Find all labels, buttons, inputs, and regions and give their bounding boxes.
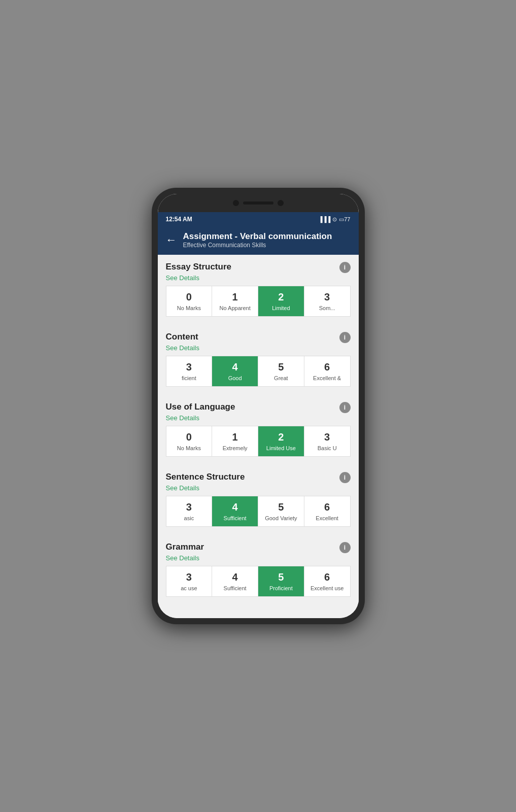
rubric-cell-essay-structure-3[interactable]: 3Som...	[304, 286, 350, 316]
rubric-label-essay-structure-3: Som...	[307, 305, 347, 311]
rubric-label-content-1: Good	[215, 375, 255, 381]
see-details-sentence-structure[interactable]: See Details	[166, 484, 351, 492]
rubric-num-sentence-structure-1: 4	[215, 501, 255, 513]
rubric-cell-grammar-0[interactable]: 3ac use	[166, 566, 213, 596]
section-sentence-structure: Sentence StructureiSee Details3asic4Suff…	[158, 465, 359, 535]
rubric-num-sentence-structure-2: 5	[261, 501, 301, 513]
section-header-content: Contenti	[166, 332, 351, 343]
page-title: Assignment - Verbal communication	[183, 231, 351, 242]
rubric-num-content-2: 5	[261, 361, 301, 373]
sensor-dot	[278, 200, 284, 206]
section-header-grammar: Grammari	[166, 542, 351, 553]
section-title-use-of-language: Use of Language	[166, 402, 235, 412]
rubric-cell-use-of-language-2[interactable]: 2Limited Use	[258, 426, 304, 456]
rubric-row-sentence-structure: 3asic4Sufficient5Good Variety6Excellent	[166, 496, 351, 527]
section-use-of-language: Use of LanguageiSee Details0No Marks1Ext…	[158, 395, 359, 465]
rubric-num-essay-structure-3: 3	[307, 291, 347, 303]
signal-icon: ▐▐▐	[319, 216, 330, 222]
section-title-content: Content	[166, 332, 198, 342]
rubric-cell-sentence-structure-1[interactable]: 4Sufficient	[212, 496, 258, 526]
rubric-label-essay-structure-0: No Marks	[169, 305, 209, 311]
battery-icon: ▭77	[339, 216, 350, 223]
rubric-cell-content-1[interactable]: 4Good	[212, 356, 258, 386]
back-button[interactable]: ←	[166, 234, 177, 246]
rubric-cell-essay-structure-0[interactable]: 0No Marks	[166, 286, 213, 316]
section-header-use-of-language: Use of Languagei	[166, 402, 351, 413]
rubric-cell-use-of-language-3[interactable]: 3Basic U	[304, 426, 350, 456]
rubric-num-content-3: 6	[307, 361, 347, 373]
rubric-label-sentence-structure-1: Sufficient	[215, 515, 255, 521]
rubric-cell-use-of-language-1[interactable]: 1Extremely	[212, 426, 258, 456]
section-grammar: GrammariSee Details3ac use4Sufficient5Pr…	[158, 535, 359, 605]
notch	[158, 194, 359, 212]
rubric-row-grammar: 3ac use4Sufficient5Proficient6Excellent …	[166, 566, 351, 597]
rubric-cell-sentence-structure-2[interactable]: 5Good Variety	[258, 496, 304, 526]
rubric-label-use-of-language-3: Basic U	[307, 445, 347, 451]
rubric-cell-use-of-language-0[interactable]: 0No Marks	[166, 426, 213, 456]
info-icon-grammar[interactable]: i	[339, 542, 351, 553]
page-header: ← Assignment - Verbal communication Effe…	[158, 226, 359, 255]
wifi-icon: ⊙	[332, 216, 337, 223]
rubric-label-sentence-structure-0: asic	[169, 515, 209, 521]
rubric-label-grammar-1: Sufficient	[215, 585, 255, 591]
rubric-row-essay-structure: 0No Marks1No Apparent2Limited3Som...	[166, 286, 351, 317]
rubric-label-content-0: ficient	[169, 375, 209, 381]
rubric-label-essay-structure-2: Limited	[261, 305, 301, 311]
rubric-num-grammar-0: 3	[169, 571, 209, 583]
camera-dot	[233, 200, 239, 206]
rubric-num-grammar-1: 4	[215, 571, 255, 583]
header-text: Assignment - Verbal communication Effect…	[183, 231, 351, 249]
rubric-cell-essay-structure-1[interactable]: 1No Apparent	[212, 286, 258, 316]
rubric-num-use-of-language-1: 1	[215, 431, 255, 443]
section-content: ContentiSee Details3ficient4Good5Great6E…	[158, 325, 359, 395]
status-time: 12:54 AM	[166, 216, 192, 223]
see-details-content[interactable]: See Details	[166, 344, 351, 352]
info-icon-content[interactable]: i	[339, 332, 351, 343]
info-icon-sentence-structure[interactable]: i	[339, 472, 351, 483]
section-header-sentence-structure: Sentence Structurei	[166, 472, 351, 483]
speaker	[243, 201, 273, 205]
rubric-label-grammar-3: Excellent use	[307, 585, 347, 591]
section-title-essay-structure: Essay Structure	[166, 262, 231, 272]
section-essay-structure: Essay StructureiSee Details0No Marks1No …	[158, 255, 359, 325]
rubric-label-grammar-2: Proficient	[261, 585, 301, 591]
rubric-label-essay-structure-1: No Apparent	[215, 305, 255, 311]
rubric-cell-grammar-1[interactable]: 4Sufficient	[212, 566, 258, 596]
rubric-label-use-of-language-0: No Marks	[169, 445, 209, 451]
rubric-cell-content-2[interactable]: 5Great	[258, 356, 304, 386]
rubric-num-essay-structure-1: 1	[215, 291, 255, 303]
see-details-grammar[interactable]: See Details	[166, 554, 351, 562]
rubric-num-sentence-structure-3: 6	[307, 501, 347, 513]
rubric-cell-content-0[interactable]: 3ficient	[166, 356, 213, 386]
rubric-num-essay-structure-0: 0	[169, 291, 209, 303]
rubric-label-use-of-language-1: Extremely	[215, 445, 255, 451]
status-icons: ▐▐▐ ⊙ ▭77	[319, 216, 351, 223]
rubric-label-sentence-structure-3: Excellent	[307, 515, 347, 521]
rubric-num-essay-structure-2: 2	[261, 291, 301, 303]
rubric-row-content: 3ficient4Good5Great6Excellent &	[166, 356, 351, 387]
rubric-cell-content-3[interactable]: 6Excellent &	[304, 356, 350, 386]
section-title-sentence-structure: Sentence Structure	[166, 472, 245, 482]
content-area[interactable]: Essay StructureiSee Details0No Marks1No …	[158, 255, 359, 618]
phone-frame: 12:54 AM ▐▐▐ ⊙ ▭77 ← Assignment - Verbal…	[152, 188, 365, 624]
rubric-label-content-2: Great	[261, 375, 301, 381]
see-details-use-of-language[interactable]: See Details	[166, 414, 351, 422]
rubric-label-content-3: Excellent &	[307, 375, 347, 381]
phone-screen: 12:54 AM ▐▐▐ ⊙ ▭77 ← Assignment - Verbal…	[158, 194, 359, 618]
page-subtitle: Effective Communication Skills	[183, 242, 351, 249]
rubric-num-use-of-language-3: 3	[307, 431, 347, 443]
section-header-essay-structure: Essay Structurei	[166, 262, 351, 273]
rubric-label-use-of-language-2: Limited Use	[261, 445, 301, 451]
rubric-cell-grammar-3[interactable]: 6Excellent use	[304, 566, 350, 596]
rubric-cell-sentence-structure-3[interactable]: 6Excellent	[304, 496, 350, 526]
info-icon-essay-structure[interactable]: i	[339, 262, 351, 273]
rubric-cell-sentence-structure-0[interactable]: 3asic	[166, 496, 213, 526]
info-icon-use-of-language[interactable]: i	[339, 402, 351, 413]
rubric-cell-grammar-2[interactable]: 5Proficient	[258, 566, 304, 596]
status-bar: 12:54 AM ▐▐▐ ⊙ ▭77	[158, 212, 359, 226]
see-details-essay-structure[interactable]: See Details	[166, 274, 351, 282]
rubric-label-grammar-0: ac use	[169, 585, 209, 591]
rubric-num-use-of-language-2: 2	[261, 431, 301, 443]
rubric-cell-essay-structure-2[interactable]: 2Limited	[258, 286, 304, 316]
section-title-grammar: Grammar	[166, 542, 204, 552]
